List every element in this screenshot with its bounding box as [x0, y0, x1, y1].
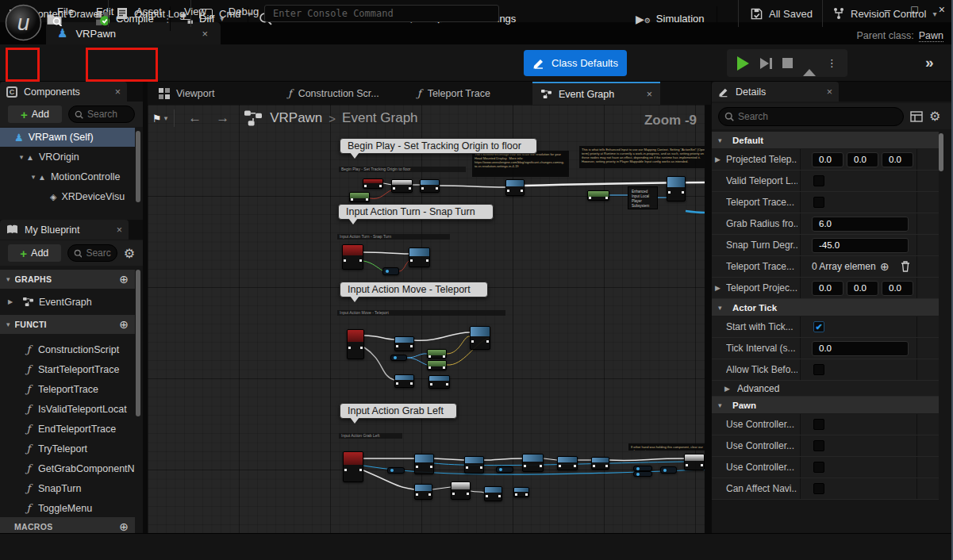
graph-node-28[interactable] — [660, 466, 677, 474]
value-field[interactable]: 0.0 — [882, 152, 913, 167]
details-row-teleport-projec-7[interactable]: ▶Teleport Projec...0.00.00.0 — [712, 278, 939, 299]
breadcrumb-root[interactable]: VRPawn — [270, 110, 322, 126]
expander-icon[interactable]: ▶ — [715, 155, 721, 163]
checkbox[interactable]: ✔ — [813, 321, 824, 332]
graph-node-25[interactable] — [591, 457, 609, 470]
function-snapturn[interactable]: ƒSnapTurn — [0, 478, 141, 498]
graph-node-31[interactable] — [451, 481, 471, 500]
graph-node-29[interactable] — [684, 454, 705, 470]
graph-node-18[interactable] — [343, 451, 363, 482]
graph-node-10[interactable] — [347, 329, 364, 359]
tab-construction-script[interactable]: ƒ Construction Scr... — [280, 82, 387, 105]
graph-node-17[interactable] — [428, 375, 450, 389]
function-getgrabcomponentn[interactable]: ƒGetGrabComponentN — [0, 458, 141, 478]
tab-event-graph[interactable]: Event Graph × — [532, 82, 660, 105]
subsystem-node[interactable]: Enhanced Input Local Player Subsystem — [628, 186, 658, 209]
graph-node-3[interactable] — [349, 192, 370, 202]
gear-icon[interactable]: ⚙ — [929, 109, 940, 124]
tab-teleport-trace[interactable]: ƒ Teleport Trace — [409, 82, 498, 105]
details-row-use-controller-15[interactable]: Use Controller... — [712, 435, 939, 457]
graph-node-19[interactable] — [387, 467, 405, 474]
back-arrow-icon[interactable]: ← — [188, 110, 202, 126]
function-teleporttrace[interactable]: ƒTeleportTrace — [0, 379, 141, 399]
graph-node-22[interactable] — [496, 466, 513, 473]
details-row-tick-interval-s-10[interactable]: Tick Interval (s...0.0 — [712, 338, 939, 359]
component-motioncontrolle[interactable]: ▾▲MotionControlle — [0, 167, 135, 186]
component-vrpawn-self[interactable]: ♟VRPawn (Self) — [0, 128, 135, 147]
graph-node-4[interactable] — [505, 179, 525, 196]
add-element-icon[interactable]: ⊕ — [880, 260, 890, 273]
add-graph-icon[interactable]: ⊕ — [119, 273, 129, 286]
graph-node-16[interactable] — [394, 374, 414, 388]
comment-bubble-input-action-grab-left[interactable]: Input Action Grab Left — [340, 403, 457, 419]
function-endteleporttrace[interactable]: ƒEndTeleportTrace — [0, 419, 141, 439]
graph-node-20[interactable] — [414, 454, 434, 474]
unreal-engine-logo[interactable]: u — [5, 4, 42, 41]
gear-icon[interactable]: ⚙ — [124, 246, 135, 261]
toolbar-overflow-icon[interactable]: » — [925, 54, 934, 71]
function-constructionscript[interactable]: ƒConstructionScript — [0, 339, 141, 359]
event-graph-canvas[interactable]: BLUEPRINT ⚑ ▾ ← → VRPawn > Event Graph Z… — [148, 105, 705, 533]
checkbox[interactable] — [813, 440, 824, 451]
details-row-valid-teleport-l-2[interactable]: Valid Teleport L... — [712, 171, 939, 192]
value-field[interactable]: -45.0 — [812, 238, 909, 253]
graph-node-2[interactable] — [420, 179, 440, 193]
expander-icon[interactable]: ▾ — [718, 136, 722, 144]
forward-arrow-icon[interactable]: → — [216, 110, 229, 126]
expander-icon[interactable]: ▶ — [715, 284, 721, 292]
expander-icon[interactable]: ▾ — [718, 401, 722, 409]
details-row-advanced-12[interactable]: ▶Advanced — [712, 381, 939, 397]
details-search[interactable] — [718, 107, 904, 126]
graph-node-0[interactable] — [363, 178, 383, 189]
play-options-icon[interactable]: ⋮ — [827, 57, 837, 69]
graph-node-21[interactable] — [464, 456, 484, 474]
function-isvalidteleportlocat[interactable]: ƒIsValidTeleportLocat — [0, 399, 141, 419]
tab-components[interactable]: C Components × — [0, 82, 127, 102]
graph-node-30[interactable] — [414, 484, 432, 500]
checkbox[interactable] — [813, 364, 824, 375]
components-search[interactable] — [68, 105, 135, 123]
graphs-section-header[interactable]: ▾ GRAPHS ⊕ — [0, 270, 135, 289]
chevron-down-icon[interactable]: ▾ — [164, 114, 168, 122]
graph-node-33[interactable] — [513, 487, 529, 497]
close-icon[interactable]: × — [939, 3, 945, 16]
expander-icon[interactable]: ▶ — [724, 385, 730, 393]
details-row-use-controller-16[interactable]: Use Controller... — [712, 457, 939, 478]
component-vrorigin[interactable]: ▾▲VROrigin — [0, 148, 135, 167]
add-component-button[interactable]: +Add — [8, 105, 62, 123]
tab-viewport[interactable]: Viewport — [151, 82, 222, 105]
my-blueprint-scrollbar[interactable] — [136, 270, 140, 416]
graph-node-32[interactable] — [484, 486, 502, 501]
add-blueprint-item-button[interactable]: +Add — [8, 244, 61, 262]
value-field[interactable]: 0.0 — [847, 152, 878, 167]
details-row-teleport-trace-3[interactable]: Teleport Trace... — [712, 192, 939, 213]
checkbox[interactable] — [813, 462, 824, 473]
graph-node-12[interactable] — [390, 355, 407, 361]
component-xrdevicevisu[interactable]: ◈XRDeviceVisu — [0, 187, 135, 206]
add-function-icon[interactable]: ⊕ — [119, 318, 129, 331]
class-defaults-button[interactable]: Class Defaults — [524, 50, 627, 76]
frame-skip-icon[interactable] — [760, 58, 772, 69]
details-row-teleport-trace-6[interactable]: Teleport Trace...0 Array elemen⊕ — [712, 256, 939, 278]
graph-item-eventgraph[interactable]: ▶EventGraph — [0, 292, 141, 312]
details-row-projected-telep-1[interactable]: ▶Projected Telep...0.00.00.0 — [712, 149, 939, 171]
comment-bubble-input-action-turn-snap-turn[interactable]: Input Action Turn - Snap Turn — [338, 204, 494, 220]
all-saved-button[interactable]: All Saved — [751, 0, 813, 27]
close-icon[interactable]: × — [115, 86, 121, 98]
graph-node-27[interactable] — [633, 471, 652, 477]
value-field[interactable]: 0.0 — [812, 341, 909, 356]
graph-node-9[interactable] — [382, 267, 399, 275]
my-blueprint-search[interactable] — [67, 244, 117, 262]
value-field[interactable]: 0.0 — [847, 281, 878, 296]
graph-node-26[interactable] — [633, 466, 652, 471]
value-field[interactable]: 0.0 — [812, 281, 843, 296]
stop-icon[interactable] — [782, 58, 793, 68]
parent-class-value[interactable]: Pawn — [919, 30, 943, 42]
expander-icon[interactable]: ▾ — [29, 173, 38, 181]
graph-node-11[interactable] — [394, 336, 414, 351]
graph-node-5[interactable] — [587, 190, 609, 201]
details-row-allow-tick-befo-11[interactable]: Allow Tick Befo... — [712, 359, 939, 381]
checkbox[interactable] — [813, 175, 824, 186]
graph-node-15[interactable] — [470, 326, 490, 350]
expander-icon[interactable]: ▶ — [8, 298, 17, 305]
